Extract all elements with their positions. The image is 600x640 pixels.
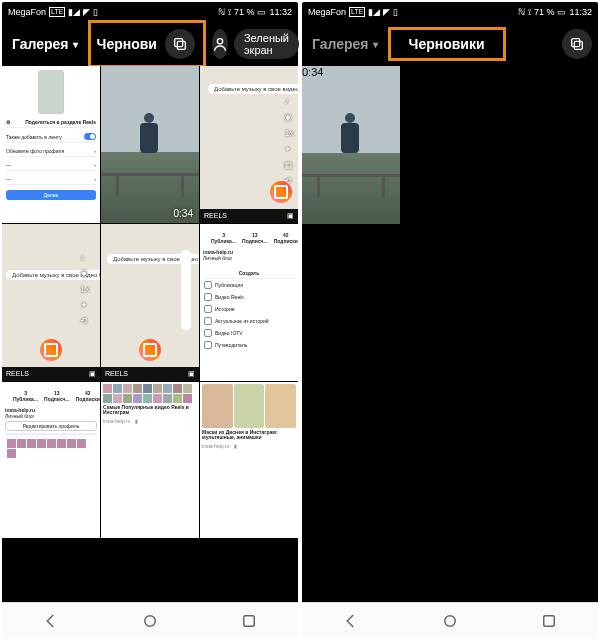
mi-reels: Видео Reels [204,291,294,303]
signal-icon-2: ▮◢ [368,7,380,17]
tab-gallery-2[interactable]: Галерея ▾ [308,32,382,56]
carrier-label: MegaFon [8,7,46,17]
tab-drafts-label: Чернови [97,36,157,52]
article-2-title: Маски из Диснея в Инстаграм: мультяшные,… [202,430,296,441]
wifi-icon: ◤ [83,7,90,17]
carrier-tag-2: LTE [349,7,365,17]
thumb-editor[interactable]: Добавьте музыку в свое видео Reels ♪◉1x✦… [200,66,298,223]
camera-icon: ▣ [287,212,294,220]
mini-also-feed: Также добавить в ленту [6,134,62,140]
green-screen-label: Зеленый экран [244,32,289,56]
battery-small-icon-2: ▯ [393,7,398,17]
chevron-down-icon: ▾ [73,39,78,50]
editor-side-tools-2: ♪◉1x✦⟲ [80,252,90,326]
article-1-title: Самые Популярные видео Reels в Инстаграм [103,405,197,416]
thumb-article-1[interactable]: Самые Популярные видео Reels в Инстаграм… [101,382,199,539]
nav-back-2[interactable] [340,610,362,632]
mi-story: История [204,303,294,315]
mini-done-btn: Далее [6,190,96,200]
mi-igtv: Видео IGTV [204,327,294,339]
record-button-icon [270,181,292,203]
top-tabs: Галерея ▾ Чернови Зеленый экран [2,22,298,66]
draft-duration: 0:34 [302,66,323,78]
svg-rect-6 [574,41,582,49]
battery-icon-2: ▭ [557,7,566,17]
footer-reels-1: REELS [204,212,227,219]
svg-rect-0 [175,39,183,47]
mini-edit-profile: Редактировать профиль [5,421,97,431]
android-nav-bar-2 [302,602,598,638]
battery-percent-2: 71 % [534,7,555,17]
record-button-2 [40,339,62,361]
chevron-down-icon-2: ▾ [373,39,378,50]
mi-pub: Публикация [204,279,294,291]
footer-reels-3: REELS [105,370,128,377]
android-nav-bar [2,602,298,638]
nfc-icon-2: ℕ [518,7,525,17]
nav-home-2[interactable] [439,610,461,632]
mi-live: Актуальное из историй [204,315,294,327]
phone-right: MegaFon LTE ▮◢ ◤ ▯ ℕ ⟟ 71 % ▭ 11:32 Гале… [302,2,598,638]
nav-recent-2[interactable] [538,610,560,632]
mini-share-header: Поделиться в разделе Reels [25,119,96,125]
svg-point-7 [445,615,456,626]
record-button-3 [139,339,161,361]
tab-gallery-label: Галерея [12,36,69,52]
thumb-video-outdoor[interactable]: 0:34 [101,66,199,223]
mi-guide: Путеводитель [204,339,294,351]
tab-gallery[interactable]: Галерея ▾ [8,32,82,56]
thumb-editor-2[interactable]: Добавьте музыку в свое видео Reels ♪◉1x✦… [2,224,100,381]
wifi-icon-2: ◤ [383,7,390,17]
mini-profile-sub: Личный блог [203,255,295,261]
nav-recent[interactable] [238,610,260,632]
carrier-tag: LTE [49,7,65,17]
thumb-article-2[interactable]: Маски из Диснея в Инстаграм: мультяшные,… [200,382,298,539]
drafts-area: 0:34 [302,66,598,638]
top-tabs-2: Галерея ▾ Черновики [302,22,598,66]
green-screen-pill[interactable]: Зеленый экран [234,29,299,59]
carrier-label-2: MegaFon [308,7,346,17]
phone-left: MegaFon LTE ▮◢ ◤ ▯ ℕ ⟟ 71 % ▭ 11:32 Гале… [2,2,298,638]
video-duration: 0:34 [174,208,193,219]
thumb-settings[interactable]: ⚙Поделиться в разделе Reels Также добави… [2,66,100,223]
tab-drafts[interactable]: Чернови [88,20,206,68]
svg-point-2 [217,39,222,44]
tab-drafts-label-2: Черновики [409,36,485,52]
gallery-grid: ⚙Поделиться в разделе Reels Также добави… [2,66,298,638]
bt-icon-2: ⟟ [528,7,531,18]
battery-small-icon: ▯ [93,7,98,17]
nav-home[interactable] [139,610,161,632]
svg-point-3 [145,615,156,626]
clock-2: 11:32 [569,7,592,17]
status-bar: MegaFon LTE ▮◢ ◤ ▯ ℕ ⟟ 71 % ▭ 11:32 [2,2,298,22]
green-screen-icon-button[interactable] [212,29,228,59]
draft-thumb[interactable]: 0:34 [302,66,400,224]
stack-icon-2 [569,36,585,52]
battery-icon: ▭ [257,7,266,17]
battery-percent: 71 % [234,7,255,17]
person-icon [212,36,228,52]
nfc-icon: ℕ [218,7,225,17]
thumb-create-menu[interactable]: 3Публика... 13Подписч... 42Подписки inst… [200,224,298,381]
svg-rect-8 [543,615,554,626]
clock: 11:32 [269,7,292,17]
bt-icon: ⟟ [228,7,231,18]
multi-select-button-2[interactable] [562,29,592,59]
nav-back[interactable] [40,610,62,632]
editor-side-tools: ♪◉1x✦▦⟲ [284,96,294,186]
svg-rect-5 [572,39,580,47]
mini-update-photo: Обновите фото профиля [6,148,64,154]
footer-reels-2: REELS [6,370,29,377]
tab-drafts-2[interactable]: Черновики [388,27,506,61]
multi-select-button[interactable] [165,29,195,59]
stack-icon [172,36,188,52]
svg-rect-1 [177,41,185,49]
thumb-editor-3[interactable]: Добавьте музыку в свое видео Reels REELS… [101,224,199,381]
tab-gallery-label-2: Галерея [312,36,369,52]
mini-profile-sub-2: Личный блог [5,413,97,419]
thumb-profile[interactable]: 3Публика... 13Подписч... 42Подписки inst… [2,382,100,539]
mini-create-header: Создать [204,268,294,279]
svg-rect-4 [243,615,254,626]
status-bar-2: MegaFon LTE ▮◢ ◤ ▯ ℕ ⟟ 71 % ▭ 11:32 [302,2,598,22]
mini-add-music-1: Добавьте музыку в свое видео Reels [208,84,298,94]
